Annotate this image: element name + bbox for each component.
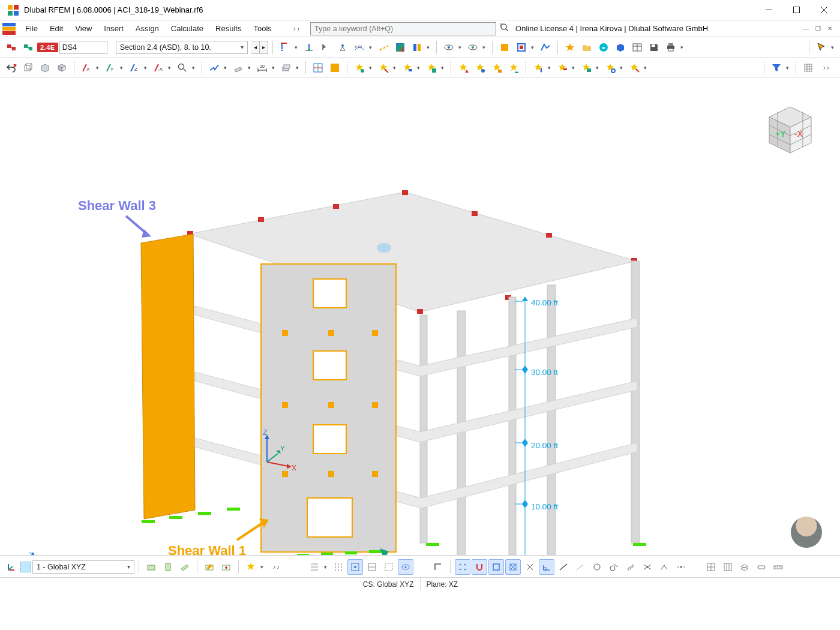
workplane2-icon[interactable]: [160, 559, 176, 575]
new-load4-icon[interactable]: [602, 60, 618, 76]
results-xx-icon[interactable]: x.xx: [352, 40, 367, 55]
axis-neg-x-icon[interactable]: -X: [151, 60, 166, 76]
new-load2-icon[interactable]: [554, 60, 570, 76]
search-input[interactable]: [311, 25, 496, 33]
window-maximize-button[interactable]: [782, 0, 810, 20]
render2-dd[interactable]: ▾: [530, 44, 536, 50]
workplane1-icon[interactable]: [143, 559, 159, 575]
plate-icon[interactable]: [230, 60, 246, 76]
osnap-tangent-icon[interactable]: [606, 559, 622, 575]
menu-overflow-button[interactable]: ››: [287, 22, 307, 35]
persp-cube-icon[interactable]: [54, 60, 70, 76]
mdi-close-icon[interactable]: ✕: [824, 23, 835, 34]
bb-grid1-icon[interactable]: [703, 559, 719, 575]
loads-toggle-icon[interactable]: [277, 40, 293, 55]
search-icon[interactable]: [500, 23, 509, 34]
link-green-icon[interactable]: [20, 40, 36, 55]
print-dd[interactable]: ▾: [680, 44, 686, 50]
menu-view[interactable]: View: [69, 22, 98, 35]
results-xx-dd[interactable]: ▾: [368, 44, 374, 50]
bottombar-overflow1[interactable]: ››: [267, 560, 286, 574]
star1-icon[interactable]: [562, 40, 578, 55]
menu-results[interactable]: Results: [209, 22, 247, 35]
axis-y-icon[interactable]: Y: [103, 60, 118, 76]
eye2-dd[interactable]: ▾: [482, 44, 488, 50]
osnap-int-icon[interactable]: [640, 559, 655, 575]
nodal-support-icon[interactable]: [335, 40, 350, 55]
osnap-grid-icon[interactable]: [455, 559, 470, 575]
new-support1-icon[interactable]: [455, 60, 471, 76]
osnap-magnet-icon[interactable]: [472, 559, 487, 575]
section-next-button[interactable]: ▸: [260, 41, 268, 54]
measure-10-icon[interactable]: 10: [254, 60, 270, 76]
render1-icon[interactable]: [497, 40, 512, 55]
cs-combo[interactable]: 1 - Global XYZ▾: [32, 560, 134, 574]
toolbar2-overflow[interactable]: ››: [817, 61, 836, 74]
window-minimize-button[interactable]: [755, 0, 782, 20]
menu-assign[interactable]: Assign: [130, 22, 165, 35]
eye1-icon[interactable]: [441, 40, 457, 55]
new-member-icon[interactable]: [400, 60, 415, 76]
bb-snap-icon[interactable]: [754, 559, 769, 575]
mdi-restore-icon[interactable]: ❐: [812, 23, 823, 34]
new-support4-icon[interactable]: [506, 60, 521, 76]
snap-eye-icon[interactable]: [398, 559, 413, 575]
load-star-icon[interactable]: [243, 559, 259, 575]
extrude-icon[interactable]: [278, 60, 294, 76]
mesh1-icon[interactable]: [310, 60, 326, 76]
menu-calculate[interactable]: Calculate: [165, 22, 209, 35]
osnap-midx-icon[interactable]: [522, 559, 538, 575]
workplane-origin-icon[interactable]: [218, 559, 234, 575]
bb-ruler-icon[interactable]: [770, 559, 786, 575]
osnap-end-icon[interactable]: [488, 559, 504, 575]
folder-open-icon[interactable]: [579, 40, 595, 55]
table-icon[interactable]: [629, 40, 645, 55]
model-viewport[interactable]: Z Y X Z Y X Shear Wall 3 Shear Wall 1 Sh…: [0, 78, 840, 556]
mdi-minimize-icon[interactable]: —: [800, 23, 811, 34]
zoom-icon[interactable]: [175, 60, 190, 76]
print-icon[interactable]: [663, 40, 679, 55]
axis-z-icon[interactable]: Z: [127, 60, 142, 76]
osnap-guide-icon[interactable]: [673, 559, 689, 575]
member-icon[interactable]: [206, 60, 222, 76]
bb-layers-icon[interactable]: [737, 559, 752, 575]
sections-dd[interactable]: ▾: [426, 44, 432, 50]
osnap-circle-icon[interactable]: [589, 559, 605, 575]
save-icon[interactable]: [646, 40, 662, 55]
axis-x-icon[interactable]: X: [79, 60, 94, 76]
menu-insert[interactable]: Insert: [98, 22, 130, 35]
new-support2-icon[interactable]: [472, 60, 488, 76]
osnap-line-icon[interactable]: [556, 559, 571, 575]
link-red-icon[interactable]: [4, 40, 19, 55]
mesh2-icon[interactable]: [327, 60, 343, 76]
results-arrows-icon[interactable]: [376, 40, 391, 55]
menu-tools[interactable]: Tools: [247, 22, 277, 35]
cursor-select-dd[interactable]: ▾: [830, 44, 836, 50]
snap-select-icon[interactable]: [381, 559, 397, 575]
loads-dd[interactable]: ▾: [294, 44, 300, 50]
cursor-select-icon[interactable]: [814, 40, 829, 55]
new-support3-icon[interactable]: [489, 60, 505, 76]
undo-icon[interactable]: [4, 60, 19, 76]
render2-icon[interactable]: [514, 40, 529, 55]
osnap-parallel-icon[interactable]: [623, 559, 638, 575]
color-scale-icon[interactable]: [392, 40, 408, 55]
render3-icon[interactable]: [538, 40, 553, 55]
spring-icon[interactable]: [318, 40, 334, 55]
navigation-cube[interactable]: +Y -X: [757, 96, 823, 164]
wire-cube-icon[interactable]: [20, 60, 36, 76]
eye2-icon[interactable]: [465, 40, 481, 55]
menu-file[interactable]: File: [19, 22, 44, 35]
ortho-icon[interactable]: [430, 559, 446, 575]
support-icon[interactable]: [301, 40, 317, 55]
new-load3-icon[interactable]: [578, 60, 594, 76]
grid-icon[interactable]: [800, 60, 816, 76]
section-combo[interactable]: Section 2.4 (ASD), 8. to 10.▾: [116, 41, 248, 54]
section-prev-button[interactable]: ◂: [251, 41, 260, 54]
menu-edit[interactable]: Edit: [44, 22, 69, 35]
snap-on-icon[interactable]: [347, 559, 363, 575]
cloud-icon[interactable]: [596, 40, 611, 55]
new-load5-icon[interactable]: [626, 60, 642, 76]
new-load1-icon[interactable]: [530, 60, 546, 76]
osnap-diag-icon[interactable]: [505, 559, 521, 575]
